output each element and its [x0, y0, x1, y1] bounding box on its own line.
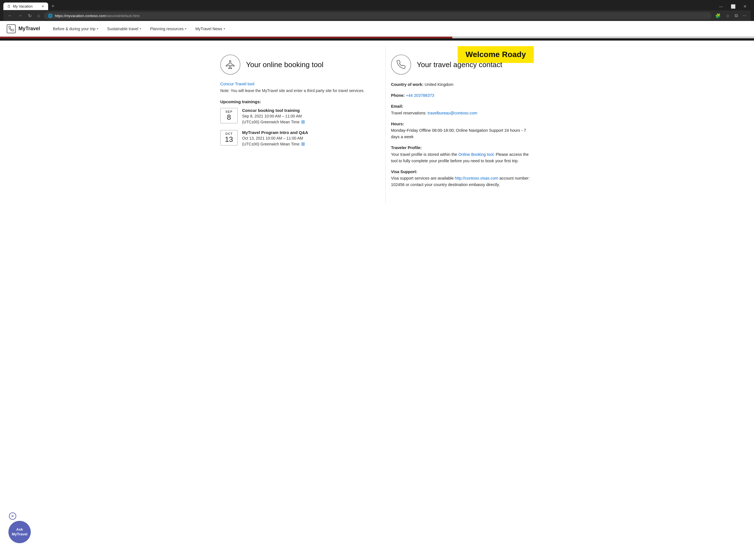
agency-header: Your travel agency contact	[391, 55, 534, 75]
chevron-down-icon: ▾	[185, 27, 187, 30]
training-title-1: Concur booking tool training	[242, 108, 369, 113]
site-navigation: MyTravel Before & during your trip ▾ Sus…	[0, 21, 754, 37]
visa-link[interactable]: http://contoso.visas.com	[455, 176, 499, 180]
column-divider	[385, 46, 386, 204]
maximize-button[interactable]: ⬜	[727, 3, 739, 10]
training-title-2: MyTravel Program Intro and Q&A	[242, 130, 369, 135]
chevron-down-icon: ▾	[224, 27, 225, 30]
nav-item-before-during[interactable]: Before & during your trip ▾	[49, 21, 103, 36]
tab-close-button[interactable]: ✕	[41, 4, 44, 8]
training-time-2: Oct 13, 2021 10:00 AM – 11:00 AM	[242, 136, 369, 140]
nav-item-news[interactable]: MyTravel News ▾	[191, 21, 230, 36]
hours-label: Hours:	[391, 122, 404, 126]
forward-button[interactable]: →	[16, 12, 24, 19]
logo-text: MyTravel	[18, 26, 40, 32]
site-logo[interactable]: MyTravel	[7, 24, 40, 33]
favorites-icon[interactable]: ☆	[724, 12, 731, 19]
training-date-box-2: OCT 13	[220, 130, 238, 145]
airplane-icon	[220, 55, 240, 75]
nav-item-planning[interactable]: Planning resources ▾	[146, 21, 191, 36]
browser-window: 🗒 My Vacation ✕ + — ⬜ ✕ ← → ↻ ⌂ 🌐 https:…	[0, 0, 754, 21]
trainings-label: Upcoming trainings:	[220, 99, 369, 104]
chevron-down-icon: ▾	[140, 27, 141, 30]
close-button[interactable]: ✕	[739, 3, 751, 10]
training-details-1: Concur booking tool training Sep 8, 2021…	[242, 108, 369, 124]
back-button[interactable]: ←	[6, 12, 14, 19]
training-time-1: Sep 8, 2021 10:00 AM – 11:00 AM	[242, 114, 369, 118]
training-details-2: MyTravel Program Intro and Q&A Oct 13, 2…	[242, 130, 369, 146]
hero-bar	[0, 38, 754, 41]
training-item-2: OCT 13 MyTravel Program Intro and Q&A Oc…	[220, 130, 369, 146]
traveler-profile-info: Traveler Profile: Your travel profile is…	[391, 145, 534, 164]
email-sub-label: Travel reservations:	[391, 111, 427, 115]
chevron-down-icon: ▾	[97, 27, 98, 30]
email-info: Email: Travel reservations: travelbureau…	[391, 103, 534, 116]
new-tab-button[interactable]: +	[49, 2, 57, 11]
nav-planning-label: Planning resources	[150, 26, 183, 31]
minimize-button[interactable]: —	[715, 3, 727, 10]
toolbar-icons: 🧩 ☆ ⧉ ···	[714, 12, 748, 19]
online-booking-tool-link[interactable]: Online Booking tool	[458, 152, 494, 157]
phone-icon	[391, 55, 411, 75]
visa-label: Visa Support:	[391, 169, 417, 174]
nav-sustainable-label: Sustainable travel	[107, 26, 138, 31]
calendar-add-icon-1[interactable]: ⊞	[301, 119, 305, 124]
hours-info: Hours: Monday-Friday Offline 08:00-18:00…	[391, 121, 534, 140]
browser-toolbar: ← → ↻ ⌂ 🌐 https://myvacation.contoso.com…	[3, 11, 751, 21]
training-date-box-1: SEP 8	[220, 108, 238, 123]
email-label: Email:	[391, 104, 403, 108]
booking-tool-section: Your online booking tool Concur Travel t…	[220, 55, 369, 193]
hours-value: Monday-Friday Offline 08:00-18:00; Onlin…	[391, 127, 534, 140]
concur-travel-link[interactable]: Concur Travel tool	[220, 81, 369, 86]
address-bar[interactable]: 🌐 https://myvacation.contoso.com/secured…	[44, 12, 712, 19]
more-icon[interactable]: ···	[741, 12, 748, 19]
browser-tabs: 🗒 My Vacation ✕ +	[3, 2, 57, 11]
country-value: United Kingdom	[425, 82, 453, 87]
globe-icon: 🌐	[48, 14, 53, 18]
logo-icon	[7, 24, 16, 33]
training-tz-1: (UTC±00) Greenwich Mean Time ⊞	[242, 119, 369, 124]
calendar-add-icon-2[interactable]: ⊞	[301, 141, 305, 146]
phone-info: Phone: +44 203788373	[391, 92, 534, 99]
phone-label: Phone:	[391, 93, 405, 98]
active-tab[interactable]: 🗒 My Vacation ✕	[3, 2, 48, 10]
visa-text-1: Visa support services are available	[391, 176, 455, 180]
country-info: Country of work: United Kingdom	[391, 81, 534, 88]
training-tz-2: (UTC±00) Greenwich Mean Time ⊞	[242, 141, 369, 146]
url-text: https://myvacation.contoso.com/secured/d…	[55, 14, 708, 18]
nav-item-sustainable[interactable]: Sustainable travel ▾	[103, 21, 146, 36]
booking-tool-header: Your online booking tool	[220, 55, 369, 75]
tab-title: My Vacation	[13, 4, 33, 8]
country-label: Country of work:	[391, 82, 423, 87]
home-button[interactable]: ⌂	[36, 12, 42, 19]
refresh-button[interactable]: ↻	[26, 12, 33, 19]
agency-title: Your travel agency contact	[417, 60, 502, 69]
tab-icon: 🗒	[7, 4, 11, 8]
travel-agency-section: Your travel agency contact Country of wo…	[385, 55, 534, 193]
main-nav: Before & during your trip ▾ Sustainable …	[49, 21, 230, 36]
visa-support-info: Visa Support: Visa support services are …	[391, 169, 534, 188]
nav-before-during-label: Before & during your trip	[53, 26, 95, 31]
page-content: Welcome Roady Your online booking tool C…	[209, 41, 545, 204]
training-day-2: 13	[222, 135, 236, 143]
concur-note: Note: You will leave the MyTravel site a…	[220, 88, 369, 94]
traveler-profile-label: Traveler Profile:	[391, 145, 422, 150]
extensions-icon[interactable]: 🧩	[714, 12, 722, 19]
training-item-1: SEP 8 Concur booking tool training Sep 8…	[220, 108, 369, 124]
training-day-1: 8	[222, 113, 236, 121]
booking-tool-title: Your online booking tool	[246, 60, 324, 69]
phone-link[interactable]: +44 203788373	[406, 93, 434, 98]
window-controls: — ⬜ ✕	[715, 3, 751, 10]
nav-news-label: MyTravel News	[195, 26, 222, 31]
traveler-profile-text-1: Your travel profile is stored within the	[391, 152, 458, 157]
profiles-icon[interactable]: ⧉	[733, 12, 739, 19]
content-grid: Your online booking tool Concur Travel t…	[220, 55, 534, 193]
email-link[interactable]: travelbureau@contoso.com	[428, 111, 478, 115]
